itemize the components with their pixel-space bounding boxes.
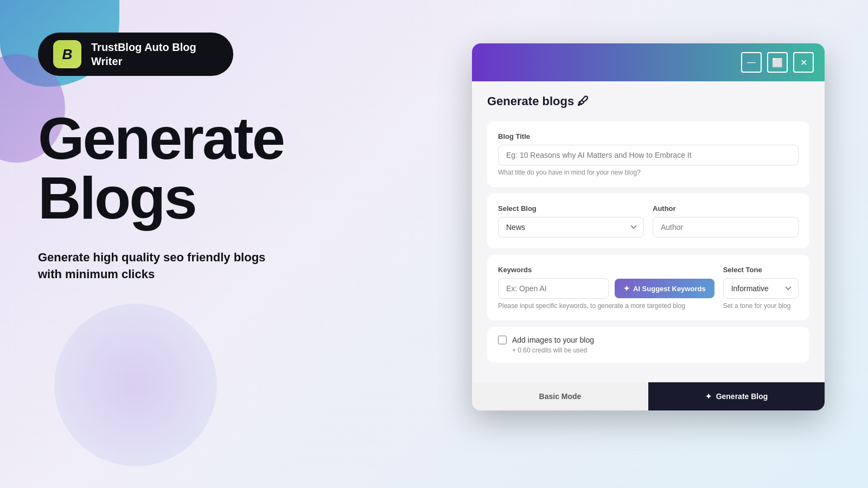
add-images-label[interactable]: Add images to your blog: [512, 336, 594, 344]
maximize-button[interactable]: ⬜: [767, 52, 788, 73]
add-images-checkbox[interactable]: [498, 336, 507, 344]
app-window: — ⬜ ✕ Generate blogs 🖊 Blog Title What t…: [472, 43, 825, 410]
left-panel: B TrustBlog Auto BlogWriter Generate Blo…: [0, 0, 369, 488]
author-label: Author: [653, 204, 799, 213]
generate-sparkle-icon: ✦: [705, 392, 712, 401]
keywords-label: Keywords: [498, 266, 714, 274]
hero-heading-line1: Generate: [38, 108, 331, 168]
keywords-row: ✦ AI Suggest Keywords: [498, 278, 714, 299]
generate-blog-button[interactable]: ✦ Generate Blog: [648, 382, 825, 410]
blog-title-input[interactable]: [498, 145, 799, 165]
select-blog-dropdown[interactable]: News Technology Health Finance Sports: [498, 217, 644, 237]
logo-text: TrustBlog Auto BlogWriter: [91, 40, 196, 68]
page-title: Generate blogs 🖊: [487, 94, 809, 108]
tone-select[interactable]: Informative Formal Casual Persuasive Hum…: [723, 278, 799, 299]
blog-title-label: Blog Title: [498, 132, 799, 140]
select-blog-label: Select Blog: [498, 204, 644, 213]
keywords-tone-section: Keywords ✦ AI Suggest Keywords Please in…: [487, 255, 809, 320]
logo-pill: B TrustBlog Auto BlogWriter: [38, 33, 233, 76]
images-section: Add images to your blog + 0.60 credits w…: [487, 327, 809, 363]
window-footer: Basic Mode ✦ Generate Blog: [472, 382, 825, 410]
minimize-button[interactable]: —: [741, 52, 762, 73]
tone-label: Select Tone: [723, 266, 799, 274]
blog-title-hint: What title do you have in mind for your …: [498, 169, 799, 176]
blog-author-section: Select Blog News Technology Health Finan…: [487, 194, 809, 248]
ai-suggest-button[interactable]: ✦ AI Suggest Keywords: [615, 279, 714, 298]
hero-subtext: Generate high quality seo friendly blogs…: [38, 249, 266, 283]
keywords-hint: Please input specific keywords, to gener…: [498, 302, 714, 310]
basic-mode-button[interactable]: Basic Mode: [472, 382, 648, 410]
author-col: Author: [653, 204, 799, 237]
window-body: Generate blogs 🖊 Blog Title What title d…: [472, 81, 825, 382]
hero-heading: Generate Blogs: [38, 108, 331, 228]
logo-icon: B: [53, 40, 81, 68]
window-titlebar: — ⬜ ✕: [472, 43, 825, 81]
close-button[interactable]: ✕: [793, 52, 814, 73]
hero-heading-line2: Blogs: [38, 168, 331, 228]
author-input[interactable]: [653, 217, 799, 237]
select-blog-col: Select Blog News Technology Health Finan…: [498, 204, 644, 237]
sparkle-icon: ✦: [623, 284, 630, 293]
checkbox-row: Add images to your blog: [498, 336, 799, 344]
tone-col: Select Tone Informative Formal Casual Pe…: [723, 266, 799, 310]
keywords-col: Keywords ✦ AI Suggest Keywords Please in…: [498, 266, 714, 310]
tone-hint: Set a tone for your blog: [723, 302, 799, 310]
blog-title-section: Blog Title What title do you have in min…: [487, 121, 809, 187]
keywords-input[interactable]: [498, 278, 609, 299]
credits-note: + 0.60 credits will be used: [512, 346, 799, 354]
